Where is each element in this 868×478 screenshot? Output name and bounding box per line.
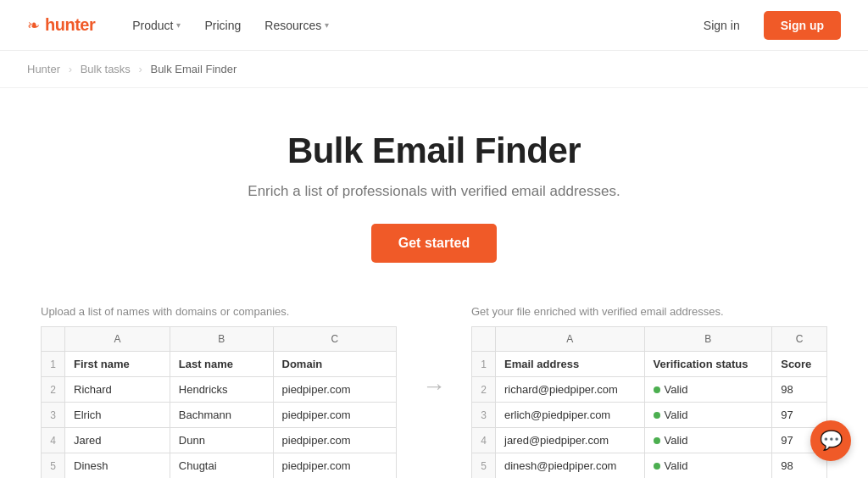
navbar: ❧ hunter Product ▾ Pricing Resources ▾ S… — [0, 0, 868, 51]
page-title: Bulk Email Finder — [27, 131, 841, 171]
output-col-a: A — [496, 327, 645, 352]
verification-status: Valid — [644, 428, 772, 453]
column-header: Domain — [273, 352, 396, 377]
verification-status: Valid — [644, 453, 772, 479]
output-table-label: Get your file enriched with verified ema… — [471, 305, 827, 318]
hero-subtitle: Enrich a list of professionals with veri… — [27, 183, 841, 200]
breadcrumb-separator-1: › — [69, 63, 72, 75]
valid-dot-icon — [654, 463, 660, 470]
arrow-right-icon: → — [422, 373, 446, 400]
table-row: 2richard@piedpiper.comValid98 — [472, 377, 827, 403]
row-number: 3 — [42, 403, 65, 428]
cell-value: piedpiper.com — [273, 428, 396, 453]
row-number: 2 — [42, 377, 65, 403]
verification-status: Valid — [644, 377, 772, 403]
row-number: 1 — [42, 352, 65, 377]
table-row: 1First nameLast nameDomain — [42, 352, 397, 377]
row-number: 4 — [42, 428, 65, 453]
cell-value: Bachmann — [170, 403, 273, 428]
logo[interactable]: ❧ hunter — [27, 15, 95, 35]
column-header: Score — [772, 352, 827, 377]
get-started-button[interactable]: Get started — [371, 224, 497, 263]
row-number: 3 — [472, 403, 496, 428]
breadcrumb: Hunter › Bulk tasks › Bulk Email Finder — [0, 51, 868, 88]
nav-pricing[interactable]: Pricing — [194, 12, 251, 39]
nav-links: Product ▾ Pricing Resources ▾ — [122, 12, 690, 39]
valid-dot-icon — [654, 412, 660, 419]
table-row: 5DineshChugtaipiedpiper.com — [42, 453, 397, 479]
column-header: First name — [65, 352, 170, 377]
input-col-b: B — [170, 327, 273, 352]
table-row: 2RichardHendrickspiedpiper.com — [42, 377, 397, 403]
nav-actions: Sign in Sign up — [690, 11, 841, 40]
cell-value: jared@piedpiper.com — [496, 428, 645, 453]
breadcrumb-current: Bulk Email Finder — [150, 63, 236, 75]
row-number: 5 — [472, 453, 496, 479]
cell-value: Dunn — [170, 428, 273, 453]
output-table: A B C 1Email addressVerification statusS… — [471, 326, 827, 478]
output-demo-block: Get your file enriched with verified ema… — [471, 305, 827, 478]
row-number: 5 — [42, 453, 65, 479]
cell-value: 98 — [772, 377, 827, 403]
nav-resources[interactable]: Resources ▾ — [254, 12, 339, 39]
cell-value: piedpiper.com — [273, 453, 396, 479]
input-col-blank — [42, 327, 65, 352]
signup-button[interactable]: Sign up — [764, 11, 841, 40]
breadcrumb-parent[interactable]: Bulk tasks — [81, 63, 131, 75]
column-header: Email address — [496, 352, 645, 377]
column-header: Verification status — [644, 352, 772, 377]
cell-value: Jared — [65, 428, 170, 453]
table-row: 4jared@piedpiper.comValid97 — [472, 428, 827, 453]
table-row: 4JaredDunnpiedpiper.com — [42, 428, 397, 453]
column-header: Last name — [170, 352, 273, 377]
output-col-b: B — [644, 327, 772, 352]
cell-value: piedpiper.com — [273, 403, 396, 428]
chevron-down-icon: ▾ — [176, 20, 181, 30]
cell-value: dinesh@piedpiper.com — [496, 453, 645, 479]
cell-value: Hendricks — [170, 377, 273, 403]
cell-value: Chugtai — [170, 453, 273, 479]
logo-text: hunter — [45, 15, 95, 35]
output-col-c: C — [772, 327, 827, 352]
output-col-header-row: A B C — [472, 327, 827, 352]
breadcrumb-separator-2: › — [139, 63, 142, 75]
chat-icon: 💬 — [820, 430, 843, 452]
input-col-c: C — [273, 327, 396, 352]
row-number: 2 — [472, 377, 496, 403]
arrow-block: → — [422, 305, 446, 400]
demo-section: Upload a list of names with domains or c… — [0, 297, 868, 478]
input-col-header-row: A B C — [42, 327, 397, 352]
valid-dot-icon — [654, 437, 660, 444]
table-row: 5dinesh@piedpiper.comValid98 — [472, 453, 827, 479]
cell-value: erlich@piedpiper.com — [496, 403, 645, 428]
valid-dot-icon — [654, 386, 660, 393]
chevron-down-icon-resources: ▾ — [325, 20, 329, 30]
hero-section: Bulk Email Finder Enrich a list of profe… — [0, 88, 868, 297]
cell-value: piedpiper.com — [273, 377, 396, 403]
cell-value: richard@piedpiper.com — [496, 377, 645, 403]
row-number: 1 — [472, 352, 496, 377]
signin-button[interactable]: Sign in — [690, 12, 754, 39]
input-table-label: Upload a list of names with domains or c… — [41, 305, 397, 318]
verification-status: Valid — [644, 403, 772, 428]
cell-value: Richard — [65, 377, 170, 403]
chat-button[interactable]: 💬 — [810, 420, 851, 461]
table-row: 3erlich@piedpiper.comValid97 — [472, 403, 827, 428]
cell-value: Dinesh — [65, 453, 170, 479]
breadcrumb-root[interactable]: Hunter — [27, 63, 60, 75]
nav-product[interactable]: Product ▾ — [122, 12, 191, 39]
table-row: 1Email addressVerification statusScore — [472, 352, 827, 377]
input-demo-block: Upload a list of names with domains or c… — [41, 305, 397, 478]
table-row: 3ElrichBachmannpiedpiper.com — [42, 403, 397, 428]
logo-icon: ❧ — [27, 16, 40, 35]
output-col-blank — [472, 327, 496, 352]
input-table: A B C 1First nameLast nameDomain2Richard… — [41, 326, 397, 478]
cell-value: Elrich — [65, 403, 170, 428]
input-col-a: A — [65, 327, 170, 352]
row-number: 4 — [472, 428, 496, 453]
